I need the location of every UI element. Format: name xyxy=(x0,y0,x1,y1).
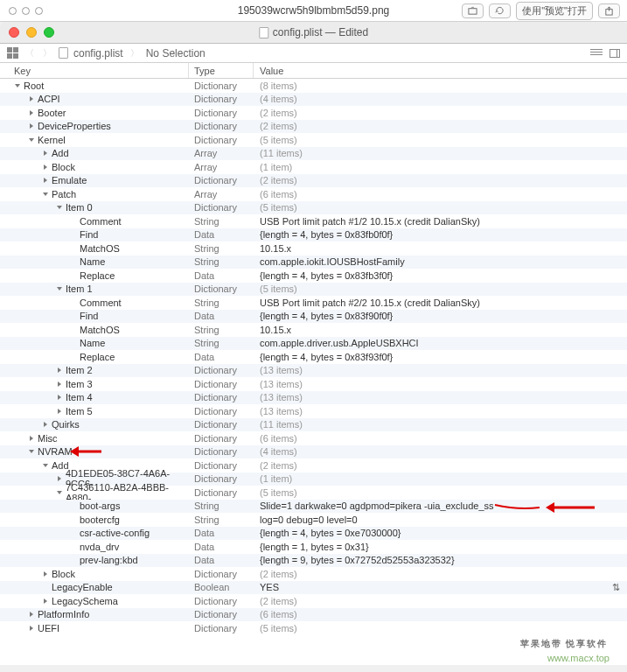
table-row[interactable]: FindData{length = 4, bytes = 0x83fb0f0f} xyxy=(0,228,627,242)
table-row[interactable]: Item 5Dictionary(13 items) xyxy=(0,404,627,418)
cell-key[interactable]: Item 2 xyxy=(0,365,189,375)
table-row[interactable]: PatchArray(6 items) xyxy=(0,187,627,201)
cell-type[interactable]: String xyxy=(189,514,254,525)
cell-value[interactable]: {length = 4, bytes = 0x83f90f0f} xyxy=(254,311,627,321)
table-row[interactable]: DevicePropertiesDictionary(2 items) xyxy=(0,120,627,134)
disclosure-right-icon[interactable] xyxy=(28,122,35,130)
table-row[interactable]: boot-argsStringSlide=1 darkwake=0 agdpmo… xyxy=(0,500,627,514)
cell-value[interactable]: 10.15.x xyxy=(254,243,627,254)
cell-type[interactable]: String xyxy=(189,500,254,511)
cell-value[interactable]: 10.15.x xyxy=(254,325,627,335)
header-value[interactable]: Value xyxy=(254,63,627,78)
cell-type[interactable]: Dictionary xyxy=(189,460,254,471)
zoom-button[interactable] xyxy=(44,27,54,38)
cell-value[interactable]: USB Port limit patch #1/2 10.15.x (credi… xyxy=(254,216,627,227)
cell-type[interactable]: String xyxy=(189,298,254,308)
disclosure-right-icon[interactable] xyxy=(28,109,35,116)
cell-key[interactable]: Block xyxy=(0,162,189,172)
table-row[interactable]: Item 1Dictionary(5 items) xyxy=(0,283,627,297)
close-button[interactable] xyxy=(9,27,19,38)
cell-key[interactable]: Item 4 xyxy=(0,392,189,402)
cell-value[interactable]: (5 items) xyxy=(254,202,627,213)
cell-type[interactable]: String xyxy=(189,216,254,227)
cell-key[interactable]: Name xyxy=(0,338,189,348)
table-row[interactable]: BlockArray(1 item) xyxy=(0,160,627,174)
cell-value[interactable]: (4 items) xyxy=(254,446,627,457)
cell-type[interactable]: Data xyxy=(189,352,254,362)
cell-key[interactable]: Item 0 xyxy=(0,202,189,213)
table-row[interactable]: MatchOSString10.15.x xyxy=(0,323,627,337)
cell-key[interactable]: LegacyEnable xyxy=(0,582,189,592)
cell-type[interactable]: Dictionary xyxy=(189,392,254,402)
table-row[interactable]: MatchOSString10.15.x xyxy=(0,242,627,256)
cell-type[interactable]: Dictionary xyxy=(189,623,254,634)
open-with-button[interactable]: 使用"预览"打开 xyxy=(516,2,593,20)
table-row[interactable]: Item 2Dictionary(13 items) xyxy=(0,364,627,378)
chevron-right-icon[interactable]: 〉 xyxy=(41,47,53,60)
disclosure-right-icon[interactable] xyxy=(28,611,35,618)
table-row[interactable]: QuirksDictionary(11 items) xyxy=(0,418,627,432)
cell-key[interactable]: DeviceProperties xyxy=(0,121,189,131)
path-file[interactable]: config.plist xyxy=(73,47,123,60)
disclosure-down-icon[interactable] xyxy=(56,204,63,211)
table-row[interactable]: csr-active-configData{length = 4, bytes … xyxy=(0,527,627,541)
cell-type[interactable]: Dictionary xyxy=(189,379,254,389)
cell-type[interactable]: Dictionary xyxy=(189,94,254,104)
cell-value[interactable]: (8 items) xyxy=(254,80,627,91)
cell-type[interactable]: Data xyxy=(189,528,254,538)
cell-value[interactable]: (5 items) xyxy=(254,487,627,498)
cell-value[interactable]: (2 items) xyxy=(254,596,627,606)
cell-value[interactable]: (13 items) xyxy=(254,365,627,375)
cell-value[interactable]: (13 items) xyxy=(254,392,627,402)
cell-type[interactable]: Dictionary xyxy=(189,80,254,91)
cell-value[interactable]: (13 items) xyxy=(254,379,627,389)
cell-value[interactable]: YES xyxy=(254,582,627,592)
cell-value[interactable]: (11 items) xyxy=(254,419,627,430)
cell-type[interactable]: Array xyxy=(189,162,254,172)
table-row[interactable]: Item 0Dictionary(5 items) xyxy=(0,201,627,215)
disclosure-right-icon[interactable] xyxy=(28,625,35,632)
cell-key[interactable]: PlatformInfo xyxy=(0,609,189,620)
cell-value[interactable]: (6 items) xyxy=(254,609,627,620)
cell-key[interactable]: Block xyxy=(0,569,189,579)
cell-type[interactable]: Dictionary xyxy=(189,609,254,620)
cell-value[interactable]: (2 items) xyxy=(254,121,627,131)
cell-key[interactable]: boot-args xyxy=(0,500,189,511)
cell-key[interactable]: ACPI xyxy=(0,94,189,104)
table-row[interactable]: NVRAMDictionary(4 items) xyxy=(0,445,627,459)
disclosure-down-icon[interactable] xyxy=(56,285,63,292)
plist-rows[interactable]: RootDictionary(8 items)ACPIDictionary(4 … xyxy=(0,79,627,665)
table-row[interactable]: Item 4Dictionary(13 items) xyxy=(0,391,627,405)
cell-key[interactable]: Find xyxy=(0,229,189,240)
cell-key[interactable]: csr-active-config xyxy=(0,528,189,538)
cell-key[interactable]: Item 3 xyxy=(0,379,189,389)
disclosure-down-icon[interactable] xyxy=(28,136,35,144)
cell-key[interactable]: MatchOS xyxy=(0,325,189,335)
cell-key[interactable]: Kernel xyxy=(0,135,189,145)
table-row[interactable]: CommentStringUSB Port limit patch #1/2 1… xyxy=(0,214,627,228)
cell-value[interactable]: (5 items) xyxy=(254,135,627,145)
table-row[interactable]: KernelDictionary(5 items) xyxy=(0,133,627,147)
cell-type[interactable]: Data xyxy=(189,229,254,240)
table-row[interactable]: UEFIDictionary(5 items) xyxy=(0,621,627,635)
disclosure-down-icon[interactable] xyxy=(56,489,63,496)
cell-type[interactable]: Dictionary xyxy=(189,406,254,416)
cell-key[interactable]: Root xyxy=(0,80,189,91)
table-row[interactable]: PlatformInfoDictionary(6 items) xyxy=(0,608,627,622)
cell-key[interactable]: NVRAM xyxy=(0,446,189,457)
cell-value[interactable]: (5 items) xyxy=(254,284,627,294)
cell-value[interactable]: USB Port limit patch #2/2 10.15.x (credi… xyxy=(254,298,627,308)
table-row[interactable]: AddArray(11 items) xyxy=(0,147,627,161)
table-row[interactable]: NameStringcom.apple.driver.usb.AppleUSBX… xyxy=(0,337,627,351)
cell-value[interactable]: {length = 4, bytes = 0x83f93f0f} xyxy=(254,352,627,362)
table-row[interactable]: FindData{length = 4, bytes = 0x83f90f0f} xyxy=(0,310,627,324)
cell-key[interactable]: Patch xyxy=(0,189,189,200)
stepper-icon[interactable]: ⇅ xyxy=(612,582,620,593)
cell-type[interactable]: Dictionary xyxy=(189,433,254,444)
table-row[interactable]: bootercfgStringlog=0 debug=0 level=0 xyxy=(0,513,627,527)
box-button[interactable] xyxy=(462,4,484,18)
cell-type[interactable]: Data xyxy=(189,311,254,321)
cell-type[interactable]: Dictionary xyxy=(189,284,254,294)
table-row[interactable]: ReplaceData{length = 4, bytes = 0x83fb3f… xyxy=(0,269,627,283)
disclosure-right-icon[interactable] xyxy=(42,177,49,184)
